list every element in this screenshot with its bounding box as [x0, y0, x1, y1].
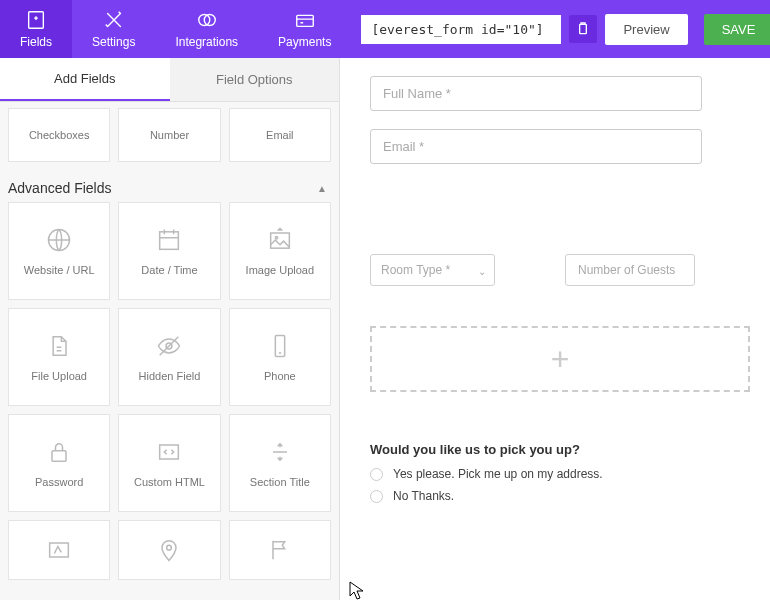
svg-point-14 [167, 545, 172, 550]
field-label: Custom HTML [134, 476, 205, 488]
payments-icon [294, 9, 316, 31]
preview-button[interactable]: Preview [605, 14, 687, 45]
field-phone[interactable]: Phone [229, 308, 331, 406]
radio-label: Yes please. Pick me up on my address. [393, 467, 603, 481]
chevron-down-icon: ⌄ [478, 266, 486, 277]
save-button[interactable]: SAVE [704, 14, 770, 45]
field-label: Section Title [250, 476, 310, 488]
nav-integrations[interactable]: Integrations [155, 0, 258, 58]
settings-icon [103, 9, 125, 31]
file-upload-icon [45, 332, 73, 360]
signature-icon [45, 536, 73, 564]
field-label: Date / Time [141, 264, 197, 276]
nav-fields[interactable]: Fields [0, 0, 72, 58]
field-date-time[interactable]: Date / Time [118, 202, 220, 300]
radio-icon [370, 468, 383, 481]
form-preview: Full Name * Email * Room Type * ⌄ Number… [340, 58, 770, 600]
field-label: Hidden Field [139, 370, 201, 382]
calendar-icon [155, 226, 183, 254]
section-label: Advanced Fields [8, 180, 112, 196]
field-country[interactable] [229, 520, 331, 580]
field-checkboxes[interactable]: Checkboxes [8, 108, 110, 162]
field-signature[interactable] [8, 520, 110, 580]
sidebar: Add Fields Field Options Checkboxes Numb… [0, 58, 340, 600]
field-label: Phone [264, 370, 296, 382]
nav-label: Settings [92, 35, 135, 49]
flag-icon [266, 536, 294, 564]
svg-rect-13 [50, 543, 69, 557]
field-label: Email [266, 129, 294, 141]
field-label: Number [150, 129, 189, 141]
tab-add-fields[interactable]: Add Fields [0, 58, 170, 101]
copy-button[interactable] [569, 15, 597, 43]
field-label: File Upload [31, 370, 87, 382]
integrations-icon [196, 9, 218, 31]
svg-rect-6 [160, 232, 179, 250]
fields-icon [25, 9, 47, 31]
radio-question: Would you like us to pick you up? [370, 442, 750, 457]
chevron-up-icon: ▲ [317, 183, 327, 194]
radio-option-1[interactable]: Yes please. Pick me up on my address. [370, 467, 750, 481]
globe-icon [45, 226, 73, 254]
field-hidden-field[interactable]: Hidden Field [118, 308, 220, 406]
radio-label: No Thanks. [393, 489, 454, 503]
svg-rect-11 [52, 451, 66, 462]
svg-rect-7 [270, 233, 289, 248]
svg-rect-3 [297, 15, 314, 26]
full-name-field[interactable]: Full Name * [370, 76, 702, 111]
lock-icon [45, 438, 73, 466]
select-label: Room Type * [381, 263, 450, 277]
dropzone[interactable]: + [370, 326, 750, 392]
field-label: Website / URL [24, 264, 95, 276]
clipboard-icon [575, 21, 591, 37]
svg-point-8 [275, 237, 277, 239]
nav-payments[interactable]: Payments [258, 0, 351, 58]
field-password[interactable]: Password [8, 414, 110, 512]
radio-option-2[interactable]: No Thanks. [370, 489, 750, 503]
field-label: Password [35, 476, 83, 488]
room-type-select[interactable]: Room Type * ⌄ [370, 254, 495, 286]
field-label: Checkboxes [29, 129, 90, 141]
section-advanced-fields[interactable]: Advanced Fields ▲ [0, 170, 339, 202]
nav-label: Integrations [175, 35, 238, 49]
field-file-upload[interactable]: File Upload [8, 308, 110, 406]
svg-rect-12 [160, 445, 179, 459]
sidebar-tabs: Add Fields Field Options [0, 58, 339, 102]
shortcode-wrap: Preview SAVE [351, 0, 770, 58]
marker-icon [155, 536, 183, 564]
svg-rect-4 [580, 24, 587, 33]
field-number[interactable]: Number [118, 108, 220, 162]
nav-settings[interactable]: Settings [72, 0, 155, 58]
nav-label: Payments [278, 35, 331, 49]
guests-input[interactable]: Number of Guests [565, 254, 695, 286]
topbar: Fields Settings Integrations Payments Pr… [0, 0, 770, 58]
section-title-icon [266, 438, 294, 466]
phone-icon [266, 332, 294, 360]
nav-label: Fields [20, 35, 52, 49]
field-email[interactable]: Email [229, 108, 331, 162]
shortcode-input[interactable] [361, 15, 561, 44]
tab-field-options[interactable]: Field Options [170, 58, 340, 101]
field-image-upload[interactable]: Image Upload [229, 202, 331, 300]
field-address[interactable] [118, 520, 220, 580]
field-label: Image Upload [246, 264, 315, 276]
code-icon [155, 438, 183, 466]
image-upload-icon [266, 226, 294, 254]
eye-off-icon [155, 332, 183, 360]
plus-icon: + [551, 341, 570, 378]
radio-icon [370, 490, 383, 503]
field-custom-html[interactable]: Custom HTML [118, 414, 220, 512]
field-section-title[interactable]: Section Title [229, 414, 331, 512]
field-website-url[interactable]: Website / URL [8, 202, 110, 300]
email-field[interactable]: Email * [370, 129, 702, 164]
